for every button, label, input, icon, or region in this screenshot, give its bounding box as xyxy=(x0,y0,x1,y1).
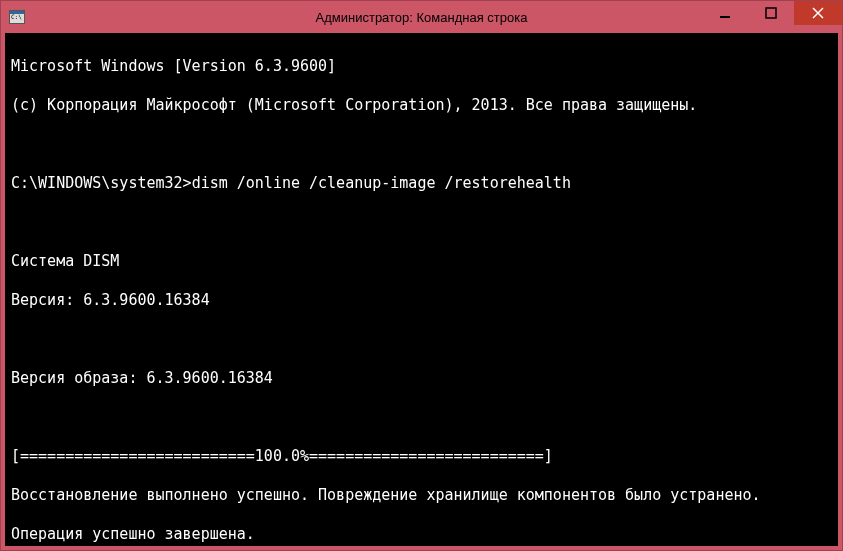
prompt-path: C:\WINDOWS\system32> xyxy=(11,174,192,192)
terminal-output[interactable]: Microsoft Windows [Version 6.3.9600] (c)… xyxy=(1,33,842,550)
output-line: Операция успешно завершена. xyxy=(11,525,832,545)
output-line xyxy=(11,330,832,350)
output-line: Версия образа: 6.3.9600.16384 xyxy=(11,369,832,389)
output-line xyxy=(11,213,832,233)
output-line xyxy=(11,408,832,428)
command-prompt-window: Администратор: Командная строка Microsof… xyxy=(0,0,843,551)
output-line: C:\WINDOWS\system32>dism /online /cleanu… xyxy=(11,174,832,194)
typed-command: dism /online /cleanup-image /restoreheal… xyxy=(192,174,571,192)
cmd-icon xyxy=(9,10,25,24)
output-line: Microsoft Windows [Version 6.3.9600] xyxy=(11,57,832,77)
titlebar[interactable]: Администратор: Командная строка xyxy=(1,1,842,33)
output-line: Cистема DISM xyxy=(11,252,832,272)
svg-rect-0 xyxy=(720,16,730,18)
close-icon xyxy=(812,7,824,19)
window-controls xyxy=(702,1,842,33)
maximize-icon xyxy=(765,7,777,19)
close-button[interactable] xyxy=(794,1,842,25)
minimize-icon xyxy=(719,7,731,19)
output-line: Восстановление выполнено успешно. Повреж… xyxy=(11,486,832,506)
output-line xyxy=(11,135,832,155)
output-line: Версия: 6.3.9600.16384 xyxy=(11,291,832,311)
progress-bar-line: [==========================100.0%=======… xyxy=(11,447,832,467)
maximize-button[interactable] xyxy=(748,1,794,25)
minimize-button[interactable] xyxy=(702,1,748,25)
output-line: (c) Корпорация Майкрософт (Microsoft Cor… xyxy=(11,96,832,116)
window-title: Администратор: Командная строка xyxy=(316,10,528,25)
svg-rect-1 xyxy=(766,8,776,18)
